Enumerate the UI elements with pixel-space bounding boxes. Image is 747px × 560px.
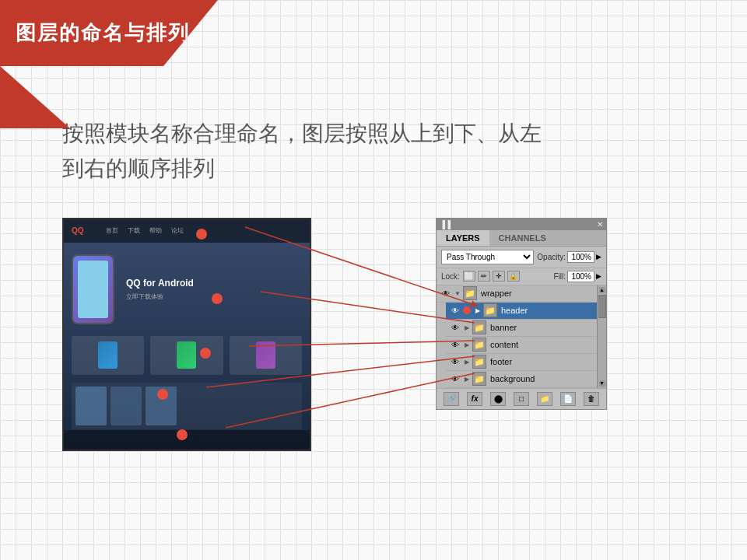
layer-name-wrapper: wrapper xyxy=(481,289,512,298)
layer-row-wrapper[interactable]: 👁 ▼ 📁 wrapper xyxy=(437,285,606,303)
layers-scrollbar[interactable]: ▲ ▼ xyxy=(597,285,606,388)
lock-transparent-btn[interactable]: ⬜ xyxy=(463,271,475,282)
eye-footer[interactable]: 👁 xyxy=(449,355,461,368)
layer-row-background[interactable]: 👁 ▶ 📁 background xyxy=(446,371,606,388)
arrow-dot-2 xyxy=(212,293,223,304)
toggle-footer[interactable]: ▶ xyxy=(463,358,471,366)
mockup-row-1 xyxy=(72,336,302,375)
layers-tabs: LAYERS CHANNELS xyxy=(437,230,606,247)
link-layers-btn[interactable]: 🔗 xyxy=(444,392,459,406)
thumb-header: 📁 xyxy=(483,303,497,317)
phone-screen xyxy=(78,261,108,318)
eye-banner[interactable]: 👁 xyxy=(449,321,461,334)
layers-list: 👁 ▼ 📁 wrapper 👁 ▶ 📁 xyxy=(437,285,606,388)
description-line1: 按照模块名称合理命名，图层按照从上到下、从左 xyxy=(62,121,542,145)
thumb-footer: 📁 xyxy=(472,355,486,369)
fill-group: Fill: ▶ xyxy=(553,271,601,282)
arrow-dot-3 xyxy=(200,348,211,359)
layer-name-content: content xyxy=(490,340,518,349)
blend-controls: Pass Through Normal Multiply Opacity: ▶ xyxy=(437,247,606,268)
layer-name-banner: banner xyxy=(490,323,517,332)
mockup-row-2 xyxy=(72,383,302,429)
hero-title: QQ for Android xyxy=(126,278,302,289)
eye-wrapper[interactable]: 👁 xyxy=(440,287,452,299)
eye-background[interactable]: 👁 xyxy=(449,373,461,385)
fx-btn[interactable]: fx xyxy=(467,392,482,406)
arrow-dot-1 xyxy=(196,229,207,240)
description-text: 按照模块名称合理命名，图层按照从上到下、从左 到右的顺序排列 xyxy=(62,117,685,187)
mockup-card-1 xyxy=(72,336,144,375)
new-layer-btn[interactable]: 📄 xyxy=(560,392,576,406)
toggle-banner[interactable]: ▶ xyxy=(463,324,471,331)
mask-btn[interactable]: □ xyxy=(514,392,529,406)
lock-paint-btn[interactable]: ✏ xyxy=(478,271,490,282)
tab-channels[interactable]: CHANNELS xyxy=(489,230,556,246)
blend-mode-select[interactable]: Pass Through Normal Multiply xyxy=(441,250,534,264)
lock-all-btn[interactable]: 🔒 xyxy=(507,271,520,282)
eye-content[interactable]: 👁 xyxy=(449,338,461,351)
lock-move-btn[interactable]: ✛ xyxy=(493,271,505,282)
mockup-nav: 首页 下载 帮助 论坛 xyxy=(106,226,184,235)
lock-label: Lock: xyxy=(441,272,460,281)
website-mockup: QQ 首页 下载 帮助 论坛 QQ for Android 立即下载体验 xyxy=(62,218,311,451)
mockup-card-3 xyxy=(230,336,302,375)
thumb-banner: 📁 xyxy=(472,320,486,334)
toggle-wrapper[interactable]: ▼ xyxy=(454,289,461,297)
toggle-background[interactable]: ▶ xyxy=(463,375,471,383)
arrow-dot-4 xyxy=(157,389,168,400)
scroll-up[interactable]: ▲ xyxy=(599,287,605,293)
red-indicator-header xyxy=(463,306,471,314)
opacity-label: Opacity: xyxy=(537,253,566,261)
opacity-arrow[interactable]: ▶ xyxy=(596,253,601,261)
opacity-group: Opacity: ▶ xyxy=(537,251,601,263)
arrow-dot-5 xyxy=(177,429,188,440)
mockup-card-2 xyxy=(150,336,223,375)
fill-arrow[interactable]: ▶ xyxy=(596,272,601,280)
thumb-content: 📁 xyxy=(472,338,486,352)
layers-list-container: 👁 ▼ 📁 wrapper 👁 ▶ 📁 xyxy=(437,285,606,388)
illustration-area: QQ 首页 下载 帮助 论坛 QQ for Android 立即下载体验 xyxy=(62,218,685,467)
delete-layer-btn[interactable]: 🗑 xyxy=(584,392,599,406)
layer-row-content[interactable]: 👁 ▶ 📁 content xyxy=(446,337,606,354)
layers-panel: ▐▐ ✕ LAYERS CHANNELS Pass Through Normal… xyxy=(436,218,607,410)
layer-row-banner[interactable]: 👁 ▶ 📁 banner xyxy=(446,320,606,337)
scroll-down[interactable]: ▼ xyxy=(599,380,605,387)
layer-name-footer: footer xyxy=(490,357,512,366)
panel-close-text: ✕ xyxy=(597,220,603,229)
toggle-content[interactable]: ▶ xyxy=(463,341,471,348)
mockup-header: QQ 首页 下载 帮助 论坛 xyxy=(64,219,310,243)
panel-title-text: ▐▐ xyxy=(440,220,451,229)
description-line2: 到右的顺序排列 xyxy=(62,156,215,180)
adjustment-btn[interactable]: ⬤ xyxy=(490,392,506,406)
page-title: 图层的命名与排列 xyxy=(16,19,190,47)
layers-titlebar: ▐▐ ✕ xyxy=(437,219,606,230)
banner-triangle xyxy=(0,66,70,128)
mockup-logo: QQ xyxy=(72,226,84,235)
eye-header[interactable]: 👁 xyxy=(449,304,461,317)
lock-row: Lock: ⬜ ✏ ✛ 🔒 Fill: ▶ xyxy=(437,268,606,285)
fill-input[interactable] xyxy=(567,271,594,282)
layer-name-background: background xyxy=(490,374,535,383)
opacity-input[interactable] xyxy=(567,251,594,263)
mockup-body: QQ for Android 立即下载体验 xyxy=(64,243,310,449)
layer-row-footer[interactable]: 👁 ▶ 📁 footer xyxy=(446,354,606,371)
mockup-hero: QQ for Android 立即下载体验 xyxy=(72,254,302,324)
toggle-header[interactable]: ▶ xyxy=(474,306,482,314)
lock-icons: ⬜ ✏ ✛ 🔒 xyxy=(463,271,520,282)
layer-name-header: header xyxy=(501,306,528,315)
layer-row-header[interactable]: 👁 ▶ 📁 header xyxy=(446,303,606,320)
phone-image xyxy=(72,254,114,324)
layers-bottom-toolbar: 🔗 fx ⬤ □ 📁 📄 🗑 xyxy=(437,388,606,409)
scrollbar-thumb[interactable] xyxy=(598,295,606,318)
thumb-wrapper: 📁 xyxy=(463,286,477,300)
main-content: 按照模块名称合理命名，图层按照从上到下、从左 到右的顺序排列 QQ 首页 下载 … xyxy=(0,117,747,467)
thumb-background: 📁 xyxy=(472,372,486,386)
tab-layers[interactable]: LAYERS xyxy=(437,230,489,246)
folder-btn[interactable]: 📁 xyxy=(537,392,552,406)
fill-label: Fill: xyxy=(553,272,566,281)
